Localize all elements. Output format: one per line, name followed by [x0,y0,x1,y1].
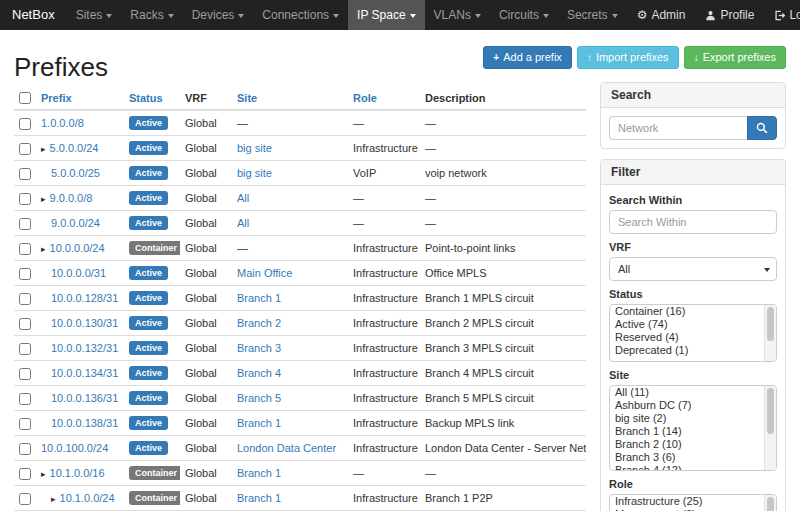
row-checkbox[interactable] [19,443,31,455]
column-header-prefix[interactable]: Prefix [36,86,124,110]
prefix-link[interactable]: 1.0.0.0/8 [41,117,84,129]
filter-option[interactable]: All (11) [610,386,776,399]
filter-option[interactable]: Infrastructure (25) [610,495,776,508]
select-all-checkbox[interactable] [19,92,31,104]
upload-icon: ↑ [587,51,592,64]
prefix-link[interactable]: 10.1.0.0/16 [50,467,105,479]
nav-item-ip-space[interactable]: IP Space [348,0,424,30]
prefix-link[interactable]: 10.1.0.0/24 [60,492,115,504]
export-prefixes-button[interactable]: ↓ Export prefixes [684,46,786,69]
row-checkbox[interactable] [19,143,31,155]
row-checkbox[interactable] [19,218,31,230]
filter-option[interactable]: Branch 1 (14) [610,425,776,438]
description-value: Branch 1 MPLS circuit [425,292,534,304]
site-link[interactable]: Branch 1 [237,417,281,429]
nav-item-label: VLANs [434,8,471,22]
nav-item-connections[interactable]: Connections [253,0,348,30]
status-badge: Active [129,266,168,280]
filter-option[interactable]: Branch 2 (10) [610,438,776,451]
logout-link[interactable]: Log out [764,0,800,30]
site-link[interactable]: Branch 1 [237,492,281,504]
site-link[interactable]: Branch 3 [237,342,281,354]
filter-option[interactable]: big site (2) [610,412,776,425]
nav-item-sites[interactable]: Sites [67,0,122,30]
prefix-link[interactable]: 10.0.100.0/24 [41,442,108,454]
site-link[interactable]: Branch 2 [237,317,281,329]
prefix-link[interactable]: 9.0.0.0/24 [51,217,100,229]
prefix-link[interactable]: 9.0.0.0/8 [50,192,93,204]
filter-option[interactable]: Active (74) [610,318,776,331]
status-filter-list[interactable]: Container (16)Active (74)Reserved (4)Dep… [609,304,777,362]
site-link[interactable]: big site [237,142,272,154]
site-link[interactable]: big site [237,167,272,179]
import-prefixes-button[interactable]: ↑ Import prefixes [577,46,679,69]
filter-option[interactable]: Container (16) [610,305,776,318]
admin-link[interactable]: ⚙ Admin [627,0,696,30]
search-within-label: Search Within [609,193,777,207]
site-link[interactable]: Branch 1 [237,467,281,479]
prefix-link[interactable]: 10.0.0.0/24 [50,242,105,254]
filter-option[interactable]: Reserved (4) [610,331,776,344]
status-badge: Container [129,491,180,505]
search-button[interactable] [747,116,777,140]
prefix-link[interactable]: 5.0.0.0/25 [51,167,100,179]
row-checkbox[interactable] [19,468,31,480]
search-within-input[interactable] [609,210,777,234]
scrollbar[interactable] [764,495,776,511]
site-link[interactable]: Branch 5 [237,392,281,404]
prefix-link[interactable]: 10.0.0.138/31 [51,417,118,429]
site-link[interactable]: All [237,217,249,229]
prefix-link[interactable]: 5.0.0.0/24 [50,142,99,154]
nav-item-racks[interactable]: Racks [121,0,182,30]
prefix-link[interactable]: 10.0.0.128/31 [51,292,118,304]
prefix-link[interactable]: 10.0.0.136/31 [51,392,118,404]
row-checkbox[interactable] [19,368,31,380]
row-checkbox[interactable] [19,243,31,255]
column-header-role[interactable]: Role [348,86,420,110]
prefix-link[interactable]: 10.0.0.0/31 [51,267,106,279]
row-checkbox[interactable] [19,118,31,130]
row-checkbox[interactable] [19,343,31,355]
status-badge: Active [129,341,168,355]
filter-option[interactable]: Deprecated (1) [610,344,776,357]
row-checkbox[interactable] [19,293,31,305]
nav-item-circuits[interactable]: Circuits [490,0,558,30]
site-link[interactable]: London Data Center [237,442,336,454]
description-value: — [425,117,436,129]
vrf-label: VRF [609,240,777,254]
prefix-link[interactable]: 10.0.0.130/31 [51,317,118,329]
prefix-table: PrefixStatusVRFSiteRoleDescription 1.0.0… [14,86,586,511]
filter-option[interactable]: Ashburn DC (7) [610,399,776,412]
vrf-select[interactable]: All [609,257,777,281]
prefix-link[interactable]: 10.0.0.132/31 [51,342,118,354]
prefix-link[interactable]: 10.0.0.134/31 [51,367,118,379]
site-link[interactable]: Main Office [237,267,292,279]
filter-option[interactable]: Branch 3 (6) [610,451,776,464]
row-checkbox[interactable] [19,493,31,505]
site-link[interactable]: Branch 1 [237,292,281,304]
scrollbar[interactable] [764,305,776,361]
column-header-site[interactable]: Site [232,86,348,110]
row-checkbox[interactable] [19,193,31,205]
row-checkbox[interactable] [19,393,31,405]
search-input[interactable] [609,116,747,140]
row-checkbox[interactable] [19,268,31,280]
site-link[interactable]: Branch 4 [237,367,281,379]
scrollbar[interactable] [764,386,776,470]
row-checkbox[interactable] [19,418,31,430]
nav-item-secrets[interactable]: Secrets [558,0,627,30]
app-logo[interactable]: NetBox [0,0,67,30]
vrf-value: Global [185,417,217,429]
row-checkbox[interactable] [19,168,31,180]
filter-option[interactable]: Branch 4 (12) [610,464,776,471]
row-checkbox[interactable] [19,318,31,330]
vrf-selected-value: All [618,263,630,275]
profile-link[interactable]: Profile [695,0,764,30]
nav-item-vlans[interactable]: VLANs [425,0,490,30]
add-prefix-button[interactable]: + Add a prefix [483,46,572,69]
nav-item-devices[interactable]: Devices [183,0,254,30]
column-header-status[interactable]: Status [124,86,180,110]
site-filter-list[interactable]: All (11)Ashburn DC (7)big site (2)Branch… [609,385,777,471]
role-filter-list[interactable]: Infrastructure (25)Management (8)Private… [609,494,777,511]
site-link[interactable]: All [237,192,249,204]
